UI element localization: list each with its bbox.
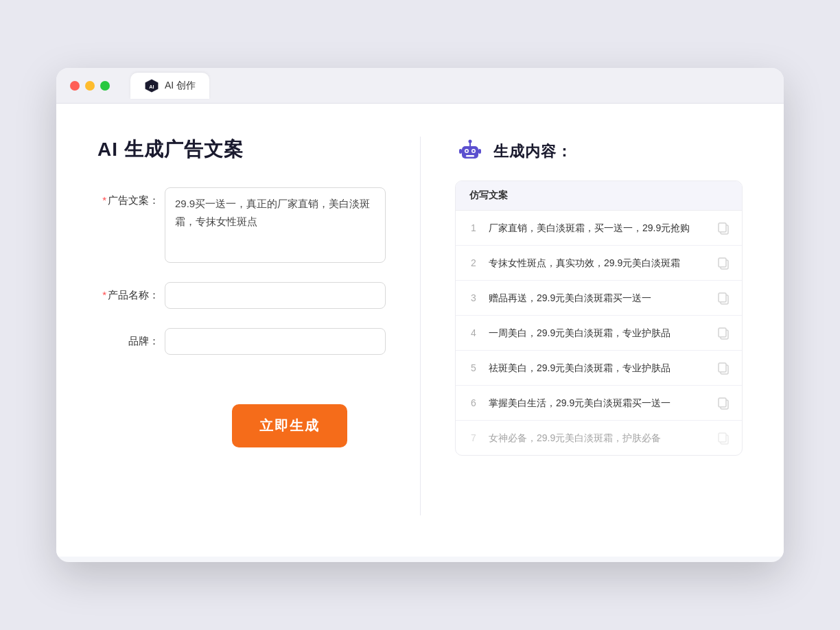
svg-point-5 — [466, 150, 468, 152]
brand-row: 品牌： 好白 — [97, 328, 386, 355]
svg-rect-10 — [459, 149, 462, 154]
copy-icon[interactable] — [716, 325, 731, 340]
result-title: 生成内容： — [493, 141, 572, 162]
svg-rect-9 — [466, 155, 474, 157]
page-title: AI 生成广告文案 — [97, 137, 386, 163]
copy-icon[interactable] — [716, 220, 731, 235]
tab-label: AI 创作 — [165, 80, 196, 92]
required-star-ad: * — [102, 194, 106, 206]
titlebar: AI AI 创作 — [56, 68, 784, 104]
row-number: 1 — [467, 222, 480, 233]
required-star-product: * — [102, 289, 106, 301]
row-number: 3 — [467, 292, 480, 303]
ad-copy-label: *广告文案： — [97, 187, 159, 207]
close-button[interactable] — [70, 81, 80, 91]
copy-icon[interactable] — [716, 255, 731, 270]
ad-copy-textarea[interactable]: 29.9买一送一，真正的厂家直销，美白淡斑霜，专抹女性斑点 — [165, 187, 386, 263]
svg-point-6 — [473, 150, 475, 152]
table-row: 4一周美白，29.9元美白淡斑霜，专业护肤品 — [456, 316, 742, 351]
product-label: *产品名称： — [97, 282, 159, 302]
svg-rect-13 — [719, 223, 726, 232]
table-header: 仿写文案 — [456, 181, 742, 211]
left-panel: AI 生成广告文案 *广告文案： 29.9买一送一，真正的厂家直销，美白淡斑霜，… — [97, 137, 386, 515]
maximize-button[interactable] — [100, 81, 110, 91]
svg-rect-15 — [719, 258, 726, 267]
copy-icon[interactable] — [716, 360, 731, 375]
row-text: 一周美白，29.9元美白淡斑霜，专业护肤品 — [489, 326, 708, 340]
row-number: 5 — [467, 362, 480, 373]
row-text: 女神必备，29.9元美白淡斑霜，护肤必备 — [489, 431, 708, 445]
result-rows: 1厂家直销，美白淡斑霜，买一送一，29.9元抢购 2专抹女性斑点，真实功效，29… — [456, 211, 742, 455]
row-number: 7 — [467, 432, 480, 443]
product-name-row: *产品名称： 美白淡斑霜 — [97, 282, 386, 309]
svg-rect-21 — [719, 363, 726, 372]
brand-label: 品牌： — [97, 328, 159, 348]
svg-text:AI: AI — [149, 83, 154, 89]
browser-window: AI AI 创作 AI 生成广告文案 *广告文案： 29.9买一送一，真正的厂家… — [56, 68, 784, 562]
table-row: 6掌握美白生活，29.9元美白淡斑霜买一送一 — [456, 386, 742, 421]
svg-rect-19 — [719, 328, 726, 337]
copy-icon[interactable] — [716, 430, 731, 445]
row-text: 祛斑美白，29.9元美白淡斑霜，专业护肤品 — [489, 361, 708, 375]
panel-divider — [420, 137, 421, 515]
browser-content: AI 生成广告文案 *广告文案： 29.9买一送一，真正的厂家直销，美白淡斑霜，… — [56, 104, 784, 557]
row-text: 掌握美白生活，29.9元美白淡斑霜买一送一 — [489, 396, 708, 410]
row-number: 2 — [467, 257, 480, 268]
table-row: 1厂家直销，美白淡斑霜，买一送一，29.9元抢购 — [456, 211, 742, 246]
table-row: 7女神必备，29.9元美白淡斑霜，护肤必备 — [456, 421, 742, 455]
result-table: 仿写文案 1厂家直销，美白淡斑霜，买一送一，29.9元抢购 2专抹女性斑点，真实… — [455, 180, 743, 456]
row-text: 专抹女性斑点，真实功效，29.9元美白淡斑霜 — [489, 256, 708, 270]
table-row: 3赠品再送，29.9元美白淡斑霜买一送一 — [456, 281, 742, 316]
svg-rect-11 — [478, 149, 481, 154]
svg-rect-17 — [719, 293, 726, 302]
table-row: 5祛斑美白，29.9元美白淡斑霜，专业护肤品 — [456, 351, 742, 386]
product-input[interactable]: 美白淡斑霜 — [165, 282, 386, 309]
brand-input[interactable]: 好白 — [165, 328, 386, 355]
svg-rect-23 — [719, 398, 726, 407]
result-header: 生成内容： — [455, 137, 743, 167]
table-row: 2专抹女性斑点，真实功效，29.9元美白淡斑霜 — [456, 246, 742, 281]
tab-ai-creation[interactable]: AI AI 创作 — [130, 73, 209, 99]
right-panel: 生成内容： 仿写文案 1厂家直销，美白淡斑霜，买一送一，29.9元抢购 2专抹女… — [455, 137, 743, 515]
copy-icon[interactable] — [716, 395, 731, 410]
row-number: 4 — [467, 327, 480, 338]
row-text: 赠品再送，29.9元美白淡斑霜买一送一 — [489, 291, 708, 305]
row-text: 厂家直销，美白淡斑霜，买一送一，29.9元抢购 — [489, 221, 708, 235]
svg-rect-25 — [719, 433, 726, 442]
row-number: 6 — [467, 397, 480, 408]
ad-copy-row: *广告文案： 29.9买一送一，真正的厂家直销，美白淡斑霜，专抹女性斑点 — [97, 187, 386, 263]
ai-tab-icon: AI — [144, 78, 159, 93]
svg-point-8 — [469, 140, 472, 143]
minimize-button[interactable] — [85, 81, 95, 91]
copy-icon[interactable] — [716, 290, 731, 305]
robot-icon — [455, 137, 485, 167]
traffic-lights — [70, 81, 110, 91]
generate-button[interactable]: 立即生成 — [232, 404, 347, 447]
